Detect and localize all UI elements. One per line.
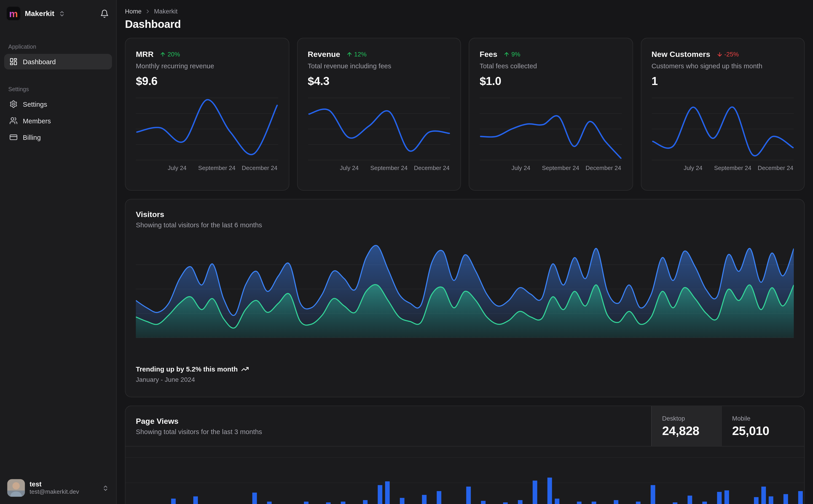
gear-icon <box>9 100 18 108</box>
stat-title: Revenue <box>308 50 340 59</box>
mrr-sparkline-chart: July 24September 24December 24 <box>136 94 278 172</box>
sidebar-header: m Makerkit <box>4 6 112 21</box>
breadcrumb-current: Makerkit <box>154 8 177 15</box>
visitors-trend-text: Trending up by 5.2% this month <box>136 365 238 373</box>
stat-value: $4.3 <box>308 74 450 88</box>
trend-value: -25% <box>724 50 739 58</box>
stat-cards-row: MRR 20% Monthly recurring revenue $9.6 J… <box>125 38 805 191</box>
sidebar-item-label: Billing <box>23 133 41 141</box>
app-root: m Makerkit Application Dashboard Setting… <box>0 0 813 504</box>
arrow-up-icon <box>504 51 510 57</box>
sidebar-item-settings[interactable]: Settings <box>4 96 112 112</box>
sidebar-item-label: Members <box>23 117 51 125</box>
svg-text:September 24: September 24 <box>370 164 407 171</box>
stat-card-new-customers: New Customers -25% Customers who signed … <box>641 38 805 191</box>
svg-text:September 24: September 24 <box>542 164 579 171</box>
visitors-subtitle: Showing total visitors for the last 6 mo… <box>136 221 794 229</box>
breadcrumb-home-link[interactable]: Home <box>125 8 141 15</box>
user-menu[interactable]: test test@makerkit.dev <box>4 477 112 499</box>
toggle-desktop[interactable]: Desktop 24,828 <box>651 406 721 446</box>
stat-subtitle: Customers who signed up this month <box>652 62 794 70</box>
trend-value: 12% <box>354 50 367 58</box>
sidebar-item-billing[interactable]: Billing <box>4 130 112 145</box>
sidebar-item-label: Settings <box>23 100 47 108</box>
credit-card-icon <box>9 133 18 141</box>
page-views-panel: Page Views Showing total visitors for th… <box>125 406 805 504</box>
users-icon <box>9 117 18 125</box>
stat-value: 1 <box>652 74 794 88</box>
visitors-title: Visitors <box>136 210 794 219</box>
sidebar-item-members[interactable]: Members <box>4 113 112 128</box>
trend-badge: 9% <box>504 50 520 58</box>
section-label-application: Application <box>4 43 112 50</box>
trend-value: 9% <box>511 50 520 58</box>
sidebar-item-dashboard[interactable]: Dashboard <box>4 54 112 69</box>
makerkit-logo: m <box>6 6 21 21</box>
svg-text:December 24: December 24 <box>242 164 278 171</box>
trend-badge: -25% <box>717 50 739 58</box>
fees-sparkline-chart: July 24September 24December 24 <box>480 94 622 172</box>
chevrons-up-down-icon <box>58 10 65 17</box>
user-name: test <box>29 480 97 488</box>
visitors-panel: Visitors Showing total visitors for the … <box>125 199 805 397</box>
mobile-value: 25,010 <box>732 424 794 438</box>
trend-badge: 12% <box>347 50 367 58</box>
svg-text:December 24: December 24 <box>586 164 622 171</box>
visitors-area-chart <box>136 240 794 339</box>
svg-text:September 24: September 24 <box>714 164 751 171</box>
svg-text:July 24: July 24 <box>511 164 530 171</box>
visitors-date-range: January - June 2024 <box>136 376 794 383</box>
page-title: Dashboard <box>125 18 805 30</box>
dashboard-grid-icon <box>9 58 18 66</box>
trend-value: 20% <box>167 50 180 58</box>
workspace-name: Makerkit <box>25 9 54 18</box>
toggle-mobile[interactable]: Mobile 25,010 <box>721 406 804 446</box>
bell-icon <box>100 9 109 18</box>
svg-text:July 24: July 24 <box>167 164 186 171</box>
stat-subtitle: Monthly recurring revenue <box>136 62 278 70</box>
breadcrumb: Home Makerkit <box>125 8 805 15</box>
stat-value: $1.0 <box>480 74 622 88</box>
logo-letter: m <box>9 8 18 18</box>
svg-text:December 24: December 24 <box>414 164 449 171</box>
stat-card-fees: Fees 9% Total fees collected $1.0 July 2… <box>469 38 633 191</box>
chevron-right-icon <box>145 8 151 14</box>
desktop-label: Desktop <box>662 415 711 422</box>
sidebar-item-label: Dashboard <box>23 58 56 66</box>
svg-text:July 24: July 24 <box>340 164 358 171</box>
page-views-header: Page Views Showing total visitors for th… <box>125 406 804 446</box>
page-views-bar-chart <box>125 449 804 504</box>
stat-subtitle: Total fees collected <box>480 62 622 70</box>
trend-badge: 20% <box>160 50 180 58</box>
svg-text:July 24: July 24 <box>683 164 702 171</box>
page-views-subtitle: Showing total visitors for the last 3 mo… <box>136 428 641 436</box>
user-avatar <box>7 479 25 497</box>
workspace-selector[interactable]: m Makerkit <box>6 6 99 21</box>
svg-text:September 24: September 24 <box>198 164 236 171</box>
section-label-settings: Settings <box>4 86 112 92</box>
stat-title: Fees <box>480 50 497 59</box>
chevrons-up-down-icon <box>102 485 109 491</box>
stat-title: New Customers <box>652 50 710 59</box>
new-customers-sparkline-chart: July 24September 24December 24 <box>652 94 794 172</box>
svg-text:December 24: December 24 <box>757 164 793 171</box>
stat-title: MRR <box>136 50 153 59</box>
revenue-sparkline-chart: July 24September 24December 24 <box>308 94 450 172</box>
stat-subtitle: Total revenue including fees <box>308 62 450 70</box>
stat-card-mrr: MRR 20% Monthly recurring revenue $9.6 J… <box>125 38 289 191</box>
main-content: Home Makerkit Dashboard MRR 20% Monthly … <box>117 0 813 504</box>
arrow-down-icon <box>717 51 723 57</box>
user-info: test test@makerkit.dev <box>29 480 97 496</box>
notifications-button[interactable] <box>99 8 110 19</box>
page-views-title: Page Views <box>136 416 641 425</box>
arrow-up-icon <box>160 51 166 57</box>
arrow-up-icon <box>347 51 353 57</box>
mobile-label: Mobile <box>732 415 794 422</box>
stat-value: $9.6 <box>136 74 278 88</box>
trending-up-icon <box>241 365 249 373</box>
user-email: test@makerkit.dev <box>29 488 97 496</box>
desktop-value: 24,828 <box>662 424 711 438</box>
sidebar: m Makerkit Application Dashboard Setting… <box>0 0 117 504</box>
stat-card-revenue: Revenue 12% Total revenue including fees… <box>297 38 461 191</box>
